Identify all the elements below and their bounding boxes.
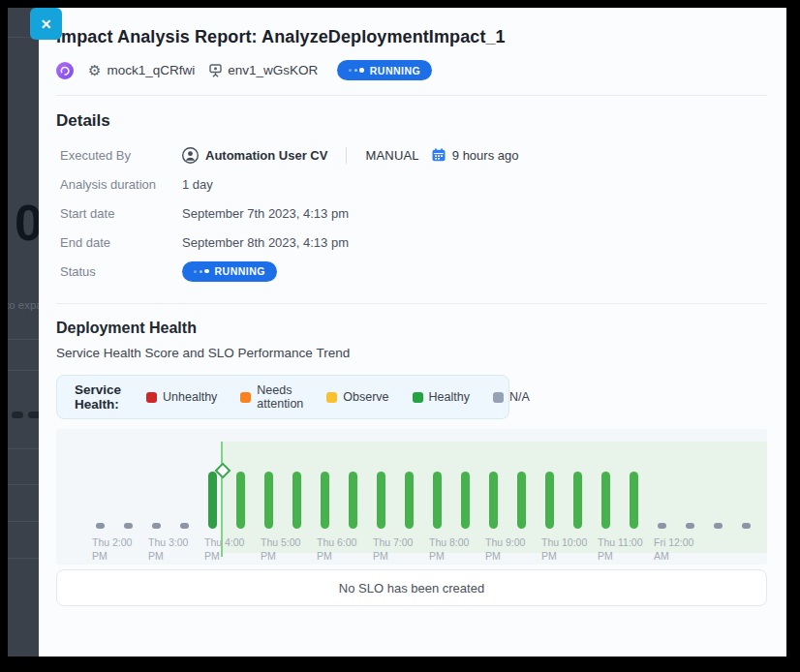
impact-analysis-modal: ✕ Impact Analysis Report: AnalyzeDeploym… xyxy=(39,8,786,657)
meta-row: ⚙ mock1_qCRfwi env1_wGsKOR RUN xyxy=(56,60,767,80)
service-health-legend: Service Health: UnhealthyNeeds attention… xyxy=(56,375,509,419)
health-bar[interactable] xyxy=(658,523,666,530)
background-divider xyxy=(8,558,39,559)
health-bar[interactable] xyxy=(180,523,189,530)
health-bar[interactable] xyxy=(208,472,217,529)
x-axis-tick: Thu 6:00PM xyxy=(317,536,356,563)
health-bar[interactable] xyxy=(264,472,273,529)
health-bar[interactable] xyxy=(405,472,414,529)
executed-time: 9 hours ago xyxy=(452,148,519,163)
health-bar[interactable] xyxy=(377,472,385,529)
service-meta: ⚙ mock1_qCRfwi xyxy=(88,63,195,77)
status-badge: RUNNING xyxy=(182,261,277,282)
row-value: RUNNING xyxy=(182,261,277,282)
legend-label: Healthy xyxy=(429,390,470,404)
executed-by-user: Automation User CV xyxy=(205,148,327,163)
health-bar[interactable] xyxy=(489,472,498,529)
legend-item: Observe xyxy=(326,383,388,411)
health-bar[interactable] xyxy=(433,472,442,529)
health-bar[interactable] xyxy=(96,523,105,530)
legend-label: Observe xyxy=(343,390,388,404)
gear-icon: ⚙ xyxy=(88,63,101,77)
health-bar[interactable] xyxy=(686,523,694,530)
health-bar[interactable] xyxy=(601,472,610,529)
header-divider xyxy=(56,95,767,96)
legend-label: N/A xyxy=(509,390,530,404)
health-bar[interactable] xyxy=(292,472,301,529)
details-heading: Details xyxy=(56,111,767,131)
details-rows: Executed By Automation User CV MANUAL xyxy=(56,140,767,286)
health-bar[interactable] xyxy=(124,523,133,530)
start-date-row: Start date September 7th 2023, 4:13 pm xyxy=(56,199,767,228)
legend-label: Needs attention xyxy=(257,383,303,411)
health-bar[interactable] xyxy=(152,523,161,530)
background-divider xyxy=(8,370,39,371)
health-bar[interactable] xyxy=(517,472,526,529)
background-partial-number: 0 xyxy=(15,198,39,248)
x-axis-tick: Thu 7:00PM xyxy=(373,536,413,563)
slo-empty-message: No SLO has been created xyxy=(339,581,484,596)
row-label: Status xyxy=(60,264,182,279)
legend-item: Healthy xyxy=(413,383,470,411)
close-icon: ✕ xyxy=(41,16,52,32)
x-axis-tick: Thu 3:00PM xyxy=(148,536,188,563)
health-bar[interactable] xyxy=(461,472,470,529)
slo-empty-box: No SLO has been created xyxy=(56,569,767,606)
x-axis-tick: Thu 10:00PM xyxy=(541,536,587,563)
x-axis-tick: Thu 2:00PM xyxy=(92,536,132,563)
row-value: 1 day xyxy=(182,177,213,192)
background-divider xyxy=(8,448,39,449)
background-divider xyxy=(8,484,39,485)
legend-item: N/A xyxy=(493,383,530,411)
status-badge-label: RUNNING xyxy=(370,65,421,76)
health-bar[interactable] xyxy=(630,472,638,529)
legend-swatch-icon xyxy=(493,392,504,403)
environment-meta: env1_wGsKOR xyxy=(209,63,318,77)
status-badge: RUNNING xyxy=(337,60,432,80)
x-axis-tick: Fri 12:00AM xyxy=(654,536,693,563)
legend-swatch-icon xyxy=(413,392,423,403)
x-axis-tick: Thu 11:00PM xyxy=(598,536,643,563)
health-bar[interactable] xyxy=(742,523,751,530)
end-date-row: End date September 8th 2023, 4:13 pm xyxy=(56,228,767,257)
legend-swatch-icon xyxy=(326,392,337,403)
vertical-divider xyxy=(346,147,347,164)
health-bar[interactable] xyxy=(545,472,554,529)
legend-label: Unhealthy xyxy=(163,390,217,404)
trigger-type: MANUAL xyxy=(365,148,418,163)
legend-item: Needs attention xyxy=(240,383,303,411)
environment-name: env1_wGsKOR xyxy=(228,63,318,77)
workflow-avatar-icon xyxy=(56,62,74,79)
environment-icon xyxy=(209,64,222,77)
section-divider xyxy=(56,303,767,304)
row-value: September 7th 2023, 4:13 pm xyxy=(182,206,349,221)
duration-row: Analysis duration 1 day xyxy=(56,169,767,199)
loading-dots-icon xyxy=(349,68,364,73)
status-row: Status RUNNING xyxy=(56,257,767,286)
row-label: Executed By xyxy=(60,148,182,163)
close-button[interactable]: ✕ xyxy=(30,8,62,40)
loading-dots-icon xyxy=(194,269,209,274)
legend-items: UnhealthyNeeds attentionObserveHealthyN/… xyxy=(146,383,530,411)
legend-item: Unhealthy xyxy=(146,383,217,411)
health-bar[interactable] xyxy=(321,472,329,529)
legend-swatch-icon xyxy=(146,392,157,403)
service-name: mock1_qCRfwi xyxy=(107,63,195,77)
legend-swatch-icon xyxy=(240,392,251,403)
row-label: End date xyxy=(60,235,182,250)
x-axis-tick: Thu 8:00PM xyxy=(429,536,469,563)
health-bar[interactable] xyxy=(714,523,723,530)
screen: 0 to expa ✕ Impact Analysis Report: Anal… xyxy=(0,0,800,672)
user-icon xyxy=(182,147,199,164)
health-bar[interactable] xyxy=(236,472,245,529)
row-label: Analysis duration xyxy=(60,177,182,192)
row-value: September 8th 2023, 4:13 pm xyxy=(182,235,349,250)
row-value: Automation User CV MANUAL xyxy=(182,147,518,164)
dimmed-background-page: 0 to expa xyxy=(8,8,39,657)
health-bar[interactable] xyxy=(573,472,582,529)
legend-title: Service Health: xyxy=(75,382,121,412)
x-axis-tick: Thu 5:00PM xyxy=(261,536,300,563)
calendar-icon xyxy=(432,148,446,162)
health-bar[interactable] xyxy=(349,472,357,529)
deployment-health-subtitle: Service Health Score and SLO Performance… xyxy=(56,346,767,360)
